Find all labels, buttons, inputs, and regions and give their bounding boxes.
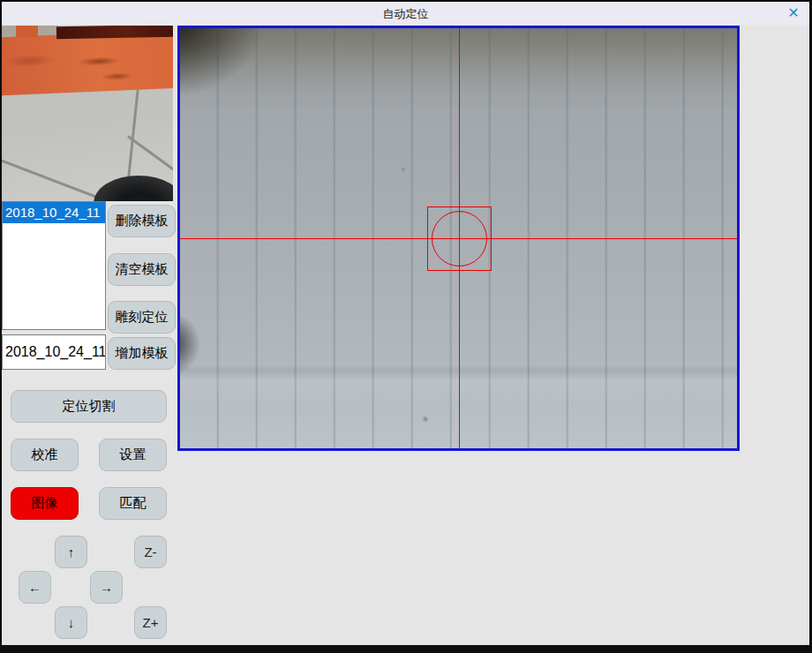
match-button[interactable]: 匹配 [99, 487, 167, 520]
titlebar: 自动定位 ✕ [2, 2, 809, 25]
preview-dark-strip [56, 26, 173, 39]
template-list[interactable]: 2018_10_24_11 [2, 201, 106, 330]
jog-right-button[interactable]: → [90, 571, 123, 604]
jog-down-button[interactable]: ↓ [55, 606, 87, 639]
jog-up-button[interactable]: ↑ [55, 536, 87, 568]
calibrate-button[interactable]: 校准 [11, 439, 79, 471]
delete-template-button[interactable]: 删除模板 [108, 205, 176, 237]
jog-z-plus-button[interactable]: Z+ [134, 606, 167, 639]
preview-dark-object [94, 176, 173, 201]
close-icon[interactable]: ✕ [785, 4, 802, 22]
clear-templates-button[interactable]: 清空模板 [108, 253, 176, 286]
engrave-locate-button[interactable]: 雕刻定位 [108, 301, 176, 334]
camera-view[interactable] [177, 26, 740, 451]
template-name-input[interactable] [2, 334, 106, 370]
auto-locate-dialog: 自动定位 ✕ 2018_10_24_11 删除模板 清空模板 雕刻定位 增加模板… [2, 2, 809, 645]
jog-z-minus-button[interactable]: Z- [134, 536, 167, 568]
jog-left-button[interactable]: ← [19, 571, 51, 604]
preview-orange-plank [2, 29, 173, 95]
match-region-circle [432, 211, 487, 266]
window-title: 自动定位 [2, 6, 809, 22]
add-template-button[interactable]: 增加模板 [108, 337, 176, 370]
image-button[interactable]: 图像 [11, 487, 79, 520]
locate-cut-button[interactable]: 定位切割 [11, 390, 167, 423]
preview-tile-grout-line [127, 135, 173, 172]
preview-tile-grout-line [2, 158, 110, 201]
template-preview-image [2, 26, 173, 201]
preview-orange-chip [16, 26, 38, 37]
settings-button[interactable]: 设置 [99, 439, 167, 471]
template-list-item[interactable]: 2018_10_24_11 [3, 202, 105, 223]
